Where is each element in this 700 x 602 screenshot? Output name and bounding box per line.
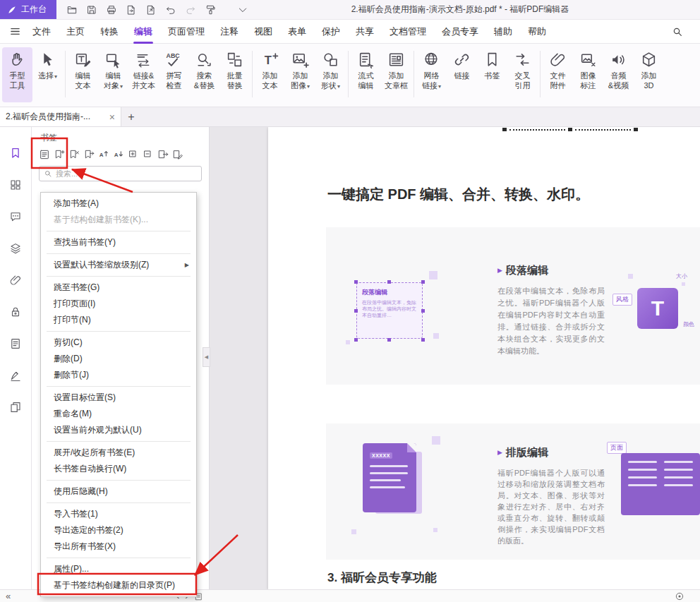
layers-panel-icon[interactable] bbox=[9, 242, 22, 255]
export-bookmarks-icon[interactable] bbox=[157, 149, 169, 160]
context-menu-item[interactable]: 基于结构创建新书签(K)... bbox=[41, 212, 196, 228]
bookmark-search[interactable] bbox=[39, 166, 202, 181]
context-menu-item[interactable]: 设置目标位置(S) bbox=[41, 390, 196, 406]
customize-toolbar-icon[interactable] bbox=[237, 4, 248, 16]
context-menu-item[interactable]: 展开/收起所有书签(E) bbox=[41, 445, 196, 461]
menu-member[interactable]: 会员专享 bbox=[434, 20, 486, 44]
destinations-panel-icon[interactable] bbox=[9, 401, 22, 414]
collapse-panel-handle[interactable]: ◀ bbox=[203, 347, 210, 367]
ribbon-edit-text[interactable]: 编辑文本 bbox=[68, 47, 98, 102]
ribbon-cross-reference[interactable]: 交叉引用 bbox=[507, 47, 538, 102]
format-painter-icon[interactable] bbox=[205, 4, 216, 16]
context-menu-item[interactable]: 跳至书签(G) bbox=[41, 279, 196, 296]
menu-page-manage[interactable]: 页面管理 bbox=[160, 20, 212, 44]
attachments-panel-icon[interactable] bbox=[9, 274, 22, 287]
delete-bookmark-icon[interactable] bbox=[68, 149, 80, 160]
workspace-button[interactable]: 工作台 bbox=[0, 0, 56, 19]
ribbon-add-3d[interactable]: 添加3D bbox=[634, 47, 664, 102]
hamburger-menu-icon[interactable] bbox=[9, 25, 21, 37]
menu-help[interactable]: 帮助 bbox=[520, 20, 554, 44]
print-icon[interactable] bbox=[106, 4, 117, 16]
ribbon-spell-check[interactable]: ABC拼写检查 bbox=[159, 47, 189, 102]
collapse-bookmarks-icon[interactable] bbox=[143, 149, 154, 160]
context-menu-item[interactable]: 删除(D) bbox=[41, 351, 196, 367]
expand-bookmarks-icon[interactable] bbox=[128, 149, 139, 160]
ribbon-link-join-text[interactable]: 链接&并文本 bbox=[128, 47, 159, 102]
focus-mode-icon[interactable] bbox=[675, 591, 684, 601]
context-menu-item[interactable]: 查找当前书签(Y) bbox=[41, 234, 196, 251]
ribbon-audio-video[interactable]: 音频&视频 bbox=[603, 47, 634, 102]
context-menu-item[interactable]: 导入书签(1) bbox=[41, 506, 196, 522]
ribbon-edit-object[interactable]: 编辑对象▾ bbox=[98, 47, 128, 102]
document-area[interactable]: 一键搞定 PDF 编辑、合并、转换、水印。 段落编辑 在段落中编辑文本，免除布局… bbox=[210, 127, 700, 589]
promote-bookmark-icon[interactable]: A bbox=[98, 149, 109, 160]
ribbon-bookmark[interactable]: 书签 bbox=[477, 47, 507, 102]
ribbon-hand-tool[interactable]: 手型工具 bbox=[2, 47, 32, 102]
menu-view[interactable]: 视图 bbox=[246, 20, 280, 44]
context-menu-item[interactable]: 设置默认书签缩放级别(Z)▶ bbox=[41, 257, 196, 273]
set-destination-icon[interactable] bbox=[83, 149, 95, 160]
triangle-bullet-icon: ▶ bbox=[497, 267, 502, 274]
undo-icon[interactable] bbox=[165, 4, 176, 16]
ribbon-search-replace[interactable]: 搜索&替换 bbox=[189, 47, 219, 102]
menu-file[interactable]: 文件 bbox=[25, 20, 59, 44]
ribbon-flow-edit[interactable]: 流式编辑 bbox=[351, 47, 381, 102]
ribbon-label: 编辑 bbox=[76, 71, 91, 80]
menu-share[interactable]: 共享 bbox=[348, 20, 382, 44]
menu-edit[interactable]: 编辑 bbox=[126, 20, 160, 44]
context-menu-item[interactable]: 剪切(C) bbox=[41, 335, 196, 351]
export-pdf-icon[interactable] bbox=[126, 4, 137, 16]
new-tab-button[interactable]: + bbox=[121, 107, 141, 126]
save-icon[interactable] bbox=[86, 4, 97, 16]
add-bookmark-icon[interactable] bbox=[54, 149, 65, 160]
bookmarks-panel-icon[interactable] bbox=[9, 147, 22, 159]
comments-panel-icon[interactable] bbox=[9, 210, 22, 223]
menu-comment[interactable]: 注释 bbox=[212, 20, 246, 44]
security-panel-icon[interactable] bbox=[9, 306, 22, 318]
ribbon-select-tool[interactable]: 选择▾ bbox=[32, 47, 63, 102]
signature-panel-icon[interactable] bbox=[9, 369, 22, 382]
create-toc-page-icon[interactable] bbox=[39, 149, 50, 160]
menu-convert[interactable]: 转换 bbox=[92, 20, 126, 44]
bookmark-properties-icon[interactable] bbox=[172, 149, 183, 160]
ribbon-link[interactable]: 链接 bbox=[447, 47, 477, 102]
document-tab[interactable]: 2.福昕会员使用指南-... × bbox=[0, 107, 121, 126]
context-menu-item[interactable]: 重命名(M) bbox=[41, 406, 196, 422]
context-menu-item[interactable]: 添加书签(A) bbox=[41, 195, 196, 212]
ribbon-file-attachment[interactable]: 文件附件 bbox=[543, 47, 573, 102]
share-doc-icon[interactable] bbox=[145, 4, 157, 16]
page-thumbnails-icon[interactable] bbox=[9, 179, 22, 191]
context-menu-item[interactable]: 基于书签结构创建新的目录页(P) bbox=[41, 577, 196, 594]
context-menu-item[interactable]: 长书签自动换行(W) bbox=[41, 461, 196, 477]
context-menu-item[interactable]: 设置当前外观为默认(U) bbox=[41, 422, 196, 438]
ribbon-image-annotation[interactable]: 图像标注 bbox=[573, 47, 603, 102]
redo-icon[interactable] bbox=[185, 4, 196, 16]
tab-close-icon[interactable]: × bbox=[109, 112, 115, 122]
doc-line bbox=[370, 486, 405, 488]
menu-form[interactable]: 表单 bbox=[280, 20, 314, 44]
context-menu-item[interactable]: 导出所有书签(X) bbox=[41, 538, 196, 555]
ribbon-add-shape[interactable]: 添加形状▾ bbox=[315, 47, 346, 102]
menu-assist[interactable]: 辅助 bbox=[486, 20, 520, 44]
context-menu-item[interactable]: 使用后隐藏(H) bbox=[41, 483, 196, 500]
ribbon-web-link[interactable]: 网络链接▾ bbox=[416, 47, 447, 102]
demote-bookmark-icon[interactable]: A bbox=[113, 149, 124, 160]
ribbon-batch-replace[interactable]: 批量替换 bbox=[219, 47, 250, 102]
menu-doc-manage[interactable]: 文档管理 bbox=[382, 20, 434, 44]
search-icon[interactable] bbox=[672, 26, 683, 37]
context-menu-item[interactable]: 打印节(N) bbox=[41, 312, 196, 328]
ribbon-add-text[interactable]: T添加文本 bbox=[255, 47, 285, 102]
ribbon-add-image[interactable]: 添加图像▾ bbox=[285, 47, 315, 102]
menu-protect[interactable]: 保护 bbox=[314, 20, 348, 44]
ribbon-separator bbox=[252, 51, 253, 97]
menu-home[interactable]: 主页 bbox=[59, 20, 92, 44]
collapse-panels-icon[interactable]: « bbox=[6, 591, 11, 602]
open-file-icon[interactable] bbox=[66, 4, 78, 16]
context-menu-item[interactable]: 属性(P)... bbox=[41, 561, 196, 577]
context-menu-item[interactable]: 删除节(J) bbox=[41, 367, 196, 383]
ribbon-add-article-box[interactable]: 添加文章框 bbox=[381, 47, 411, 102]
bookmark-search-input[interactable] bbox=[56, 169, 197, 178]
context-menu-item[interactable]: 打印页面(I) bbox=[41, 296, 196, 312]
context-menu-item[interactable]: 导出选定的书签(2) bbox=[41, 522, 196, 538]
fields-panel-icon[interactable] bbox=[9, 337, 22, 350]
